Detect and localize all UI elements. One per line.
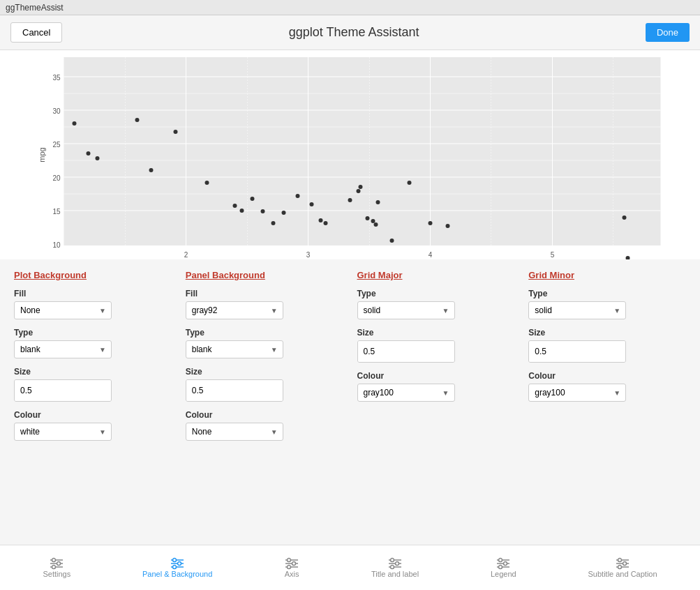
svg-text:10: 10 [52,241,61,249]
plot-bg-type-select-wrapper: blank solid dashed dotted [14,340,112,358]
grid-major-colour-select[interactable]: gray100 None white gray92 [357,384,455,402]
grid-minor-size-input[interactable] [529,341,626,362]
svg-text:15: 15 [52,208,61,215]
grid-minor-colour-label: Colour [528,371,686,381]
plot-bg-type-label: Type [14,328,172,338]
panel-bg-colour-select[interactable]: None white gray92 gray100 [186,423,283,441]
svg-point-66 [52,566,56,569]
svg-point-95 [623,562,627,566]
grid-major-type-select[interactable]: blank solid dashed dotted [357,301,455,319]
grid-minor-size-spinner: ▲ ▼ [528,340,626,363]
svg-point-72 [173,566,177,569]
svg-point-25 [205,181,209,185]
cancel-button[interactable]: Cancel [10,22,62,43]
nav-axis-label: Axis [285,570,299,578]
plot-area: 10 15 20 25 30 35 mpg 2 3 4 5 wt [0,50,700,259]
svg-point-44 [408,181,412,185]
svg-text:3: 3 [306,251,311,259]
controls-area: Plot Background Fill None white gray92 g… [0,259,700,545]
settings-icon [49,557,64,570]
grid-minor-type-select[interactable]: blank solid dashed dotted [528,301,626,319]
nav-title-label[interactable]: Title and label [361,554,429,582]
header-bar: Cancel ggplot Theme Assistant Done [0,15,700,50]
grid-minor-title[interactable]: Grid Minor [528,270,686,280]
panel-bg-type-select[interactable]: blank solid dashed dotted [186,340,283,358]
nav-legend[interactable]: Legend [480,554,527,582]
grid-major-size-group: Size ▲ ▼ [357,328,515,363]
panel-bg-type-label: Type [186,328,343,338]
grid-minor-colour-select[interactable]: gray100 None white gray92 [528,384,626,402]
grid-minor-section: Grid Minor Type blank solid dashed dotte… [528,270,686,449]
svg-point-90 [499,566,502,569]
plot-bg-fill-select[interactable]: None white gray92 gray100 [14,301,112,319]
plot-bg-colour-select[interactable]: white None gray92 gray100 black [14,423,112,441]
plot-bg-fill-label: Fill [14,289,172,298]
svg-point-38 [357,189,361,193]
svg-point-29 [261,209,265,213]
panel-bg-size-group: Size ▲ ▼ [186,367,343,402]
bottom-nav: Settings Panel & Background [0,545,700,590]
svg-point-26 [251,197,255,201]
nav-settings-label: Settings [43,570,70,578]
svg-point-43 [390,239,394,243]
grid-major-size-spinner: ▲ ▼ [357,340,455,363]
nav-axis[interactable]: Axis [274,554,310,582]
panel-bg-type-group: Type blank solid dashed dotted [186,328,343,358]
plot-bg-fill-group: Fill None white gray92 gray100 [14,289,172,319]
legend-icon [496,557,511,570]
grid-major-title[interactable]: Grid Major [357,270,515,280]
title-bar: ggThemeAssist [0,0,700,15]
svg-point-30 [282,211,286,215]
plot-bg-size-input[interactable] [15,380,112,401]
panel-bg-fill-label: Fill [186,289,343,298]
svg-point-71 [178,562,181,566]
svg-point-70 [173,559,177,562]
grid-major-colour-select-wrapper: gray100 None white gray92 [357,384,455,402]
svg-point-42 [376,200,380,204]
nav-settings[interactable]: Settings [32,554,81,582]
plot-bg-size-group: Size ▲ ▼ [14,367,172,402]
svg-point-31 [271,221,276,225]
svg-text:mpg: mpg [38,147,46,162]
grid-major-size-input[interactable] [358,341,455,362]
main-content: Cancel ggplot Theme Assistant Done [0,15,700,590]
grid-major-size-label: Size [357,328,515,338]
svg-point-40 [371,219,375,223]
svg-point-35 [324,221,328,225]
grid-minor-size-group: Size ▲ ▼ [528,328,686,363]
svg-text:35: 35 [52,74,61,82]
svg-point-64 [52,559,56,562]
svg-point-65 [57,562,61,566]
svg-point-78 [288,566,291,569]
panel-background-title[interactable]: Panel Background [186,270,343,280]
nav-panel-background-label: Panel & Background [142,570,212,578]
panel-bg-fill-select[interactable]: None gray92 white gray100 [186,301,283,319]
panel-bg-size-input[interactable] [186,380,283,401]
grid-minor-colour-group: Colour gray100 None white gray92 [528,371,686,402]
nav-panel-background[interactable]: Panel & Background [132,554,223,582]
panel-background-icon [170,557,185,570]
plot-bg-type-group: Type blank solid dashed dotted [14,328,172,358]
svg-point-24 [149,168,154,172]
svg-point-21 [73,121,77,126]
svg-point-41 [374,222,378,227]
svg-point-22 [135,118,140,122]
plot-background-title[interactable]: Plot Background [14,270,172,280]
done-button[interactable]: Done [646,23,690,42]
plot-bg-type-select[interactable]: blank solid dashed dotted [14,340,112,358]
svg-text:5: 5 [551,251,555,259]
panel-background-section: Panel Background Fill None gray92 white … [186,270,343,449]
svg-text:25: 25 [52,141,61,149]
grid-major-colour-label: Colour [357,371,515,381]
svg-point-48 [626,256,630,259]
svg-point-37 [359,185,363,189]
svg-point-82 [391,559,394,562]
nav-subtitle-caption[interactable]: Subtitle and Caption [578,554,668,582]
panel-bg-size-label: Size [186,367,343,377]
svg-point-88 [499,559,502,562]
panel-bg-type-select-wrapper: blank solid dashed dotted [186,340,283,358]
svg-point-27 [233,204,237,208]
panel-bg-colour-label: Colour [186,410,343,420]
title-bar-label: ggThemeAssist [6,3,64,13]
svg-point-47 [623,215,627,220]
